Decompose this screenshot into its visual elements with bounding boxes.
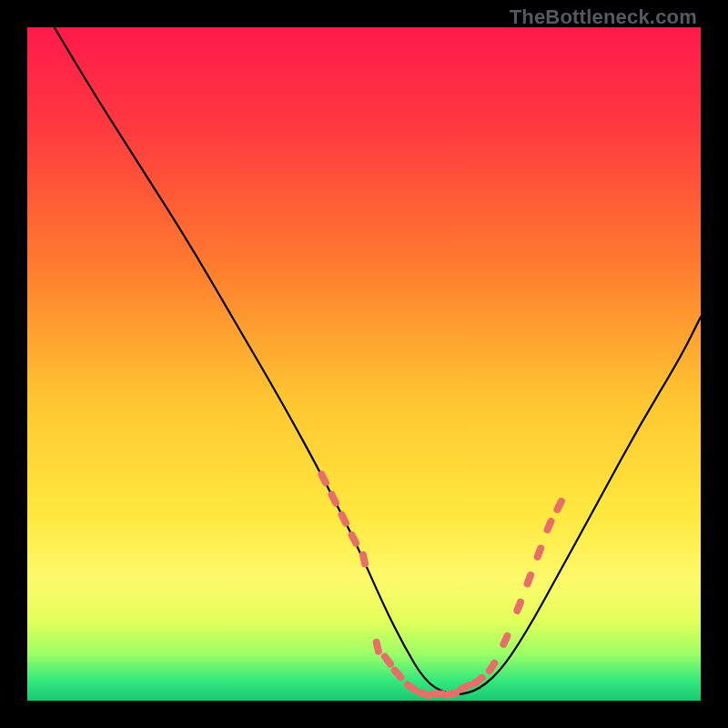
highlight-dash	[532, 543, 545, 561]
highlight-dash	[542, 517, 555, 535]
watermark-text: TheBottleneck.com	[510, 5, 697, 29]
highlight-dash	[552, 497, 566, 515]
highlight-dash	[389, 665, 406, 682]
highlight-dash	[372, 638, 383, 655]
highlight-dash	[512, 598, 525, 616]
highlight-dash	[359, 551, 369, 568]
bottleneck-curve-line	[55, 27, 701, 694]
highlight-dash	[522, 571, 535, 589]
highlight-dash	[499, 632, 512, 650]
highlight-markers	[317, 470, 566, 700]
chart-frame	[27, 27, 701, 701]
highlight-dash	[379, 652, 395, 669]
highlight-dash	[337, 510, 350, 528]
highlight-dash	[317, 470, 330, 488]
highlight-dash	[327, 490, 340, 508]
bottleneck-chart	[27, 27, 701, 701]
highlight-dash	[347, 531, 360, 549]
